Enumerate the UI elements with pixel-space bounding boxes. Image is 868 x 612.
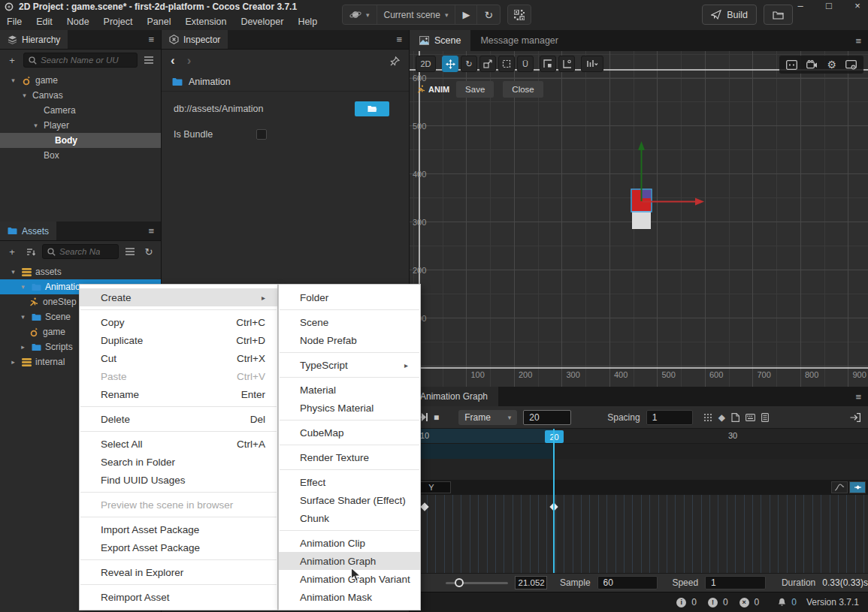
menu-item-import-asset-package[interactable]: Import Asset Package	[80, 520, 277, 538]
keyframe-frame-10[interactable]	[420, 502, 428, 511]
menu-item-material[interactable]: Material	[279, 381, 420, 399]
create-asset-button[interactable]: +	[5, 244, 20, 259]
tree-item-canvas[interactable]: ▾Canvas	[0, 88, 161, 103]
menu-item-typescript[interactable]: TypeScript▸	[279, 356, 420, 374]
forward-button[interactable]: ›	[187, 53, 192, 68]
curve-view-button[interactable]	[831, 481, 848, 493]
sort-assets-button[interactable]	[23, 244, 38, 259]
menu-file[interactable]: File	[7, 17, 22, 27]
tree-item-assets[interactable]: ▾assets	[0, 264, 161, 279]
menu-help[interactable]: Help	[298, 17, 317, 27]
spacing-input[interactable]: 1	[646, 410, 693, 425]
create-node-button[interactable]: +	[5, 53, 20, 68]
aspect-ratio-button[interactable]	[786, 60, 797, 70]
anim-save-button[interactable]: Save	[456, 81, 494, 98]
move-gizmo[interactable]	[638, 141, 704, 206]
warning-icon[interactable]: !	[708, 598, 718, 607]
speed-input[interactable]: 1	[705, 576, 766, 589]
menu-item-paste[interactable]: PasteCtrl+V	[80, 367, 277, 385]
open-build-folder-button[interactable]	[764, 5, 793, 25]
assets-tab[interactable]: Assets	[0, 222, 56, 240]
menu-item-preview-the-scene-in-browser[interactable]: Preview the scene in browser	[80, 496, 277, 514]
keyframe-view-button[interactable]	[849, 481, 866, 493]
reload-button[interactable]: ↻	[477, 5, 500, 24]
menu-item-delete[interactable]: DeleteDel	[80, 410, 277, 428]
tree-item-body[interactable]: Body	[0, 133, 161, 148]
player-sprite[interactable]	[631, 189, 652, 229]
rect-tool-button[interactable]	[498, 56, 515, 72]
scene-menu-button[interactable]: ≡	[848, 30, 868, 51]
timeline-ruler[interactable]: 10 30 20	[410, 429, 868, 444]
slider-knob[interactable]	[455, 578, 464, 587]
2d-toggle-button[interactable]: 2D	[416, 56, 436, 72]
scene-settings-button[interactable]: ⚙	[827, 59, 836, 71]
scene-viewport[interactable]: 0100200300400500600700800900 60050040030…	[410, 51, 868, 387]
assets-search-input[interactable]: Search Na	[42, 244, 119, 259]
preview-qr-button[interactable]	[507, 5, 531, 25]
menu-item-rename[interactable]: RenameEnter	[80, 385, 277, 403]
hierarchy-tab[interactable]: Hierarchy	[0, 30, 68, 49]
menu-item-copy[interactable]: CopyCtrl+C	[80, 313, 277, 331]
assets-menu-button[interactable]: ≡	[141, 222, 161, 240]
animation-menu-button[interactable]: ≡	[848, 387, 868, 406]
keyframe-tracks[interactable]	[410, 495, 868, 573]
menu-item-surface-shader-effect-[interactable]: Surface Shader (Effect)	[279, 491, 420, 509]
chevron-right-icon[interactable]: ▸	[19, 343, 27, 351]
pin-button[interactable]	[390, 56, 400, 66]
menu-item-duplicate[interactable]: DuplicateCtrl+D	[80, 331, 277, 349]
scene-selector[interactable]: Current scene ▾	[377, 5, 456, 24]
refresh-assets-button[interactable]: ↻	[141, 244, 156, 259]
scale-tool-button[interactable]	[479, 56, 496, 72]
chevron-down-icon[interactable]: ▾	[20, 92, 29, 99]
menu-item-effect[interactable]: Effect	[279, 473, 420, 491]
menu-panel[interactable]: Panel	[147, 17, 171, 27]
menu-node[interactable]: Node	[67, 17, 89, 27]
playhead-line[interactable]	[553, 429, 555, 573]
tree-item-player[interactable]: ▾Player	[0, 118, 161, 133]
sample-input[interactable]: 60	[597, 576, 658, 589]
play-button[interactable]: ▶	[455, 5, 477, 24]
chevron-down-icon[interactable]: ▾	[19, 283, 27, 291]
menu-item-select-all[interactable]: Select AllCtrl+A	[80, 435, 277, 453]
add-keyframe-button[interactable]: ◆	[718, 412, 725, 423]
menu-item-animation-clip[interactable]: Animation Clip	[279, 534, 420, 552]
is-bundle-checkbox[interactable]	[256, 129, 267, 140]
stop-button[interactable]: ■	[434, 412, 439, 423]
back-button[interactable]: ‹	[171, 53, 175, 68]
assets-list-button[interactable]	[122, 244, 138, 259]
overlay-bars-button[interactable]	[581, 56, 603, 72]
menu-item-create[interactable]: Create▸	[80, 288, 277, 306]
tree-item-camera[interactable]: Camera	[0, 103, 161, 118]
chevron-down-icon[interactable]: ▾	[9, 77, 17, 84]
tab-message-manager[interactable]: Message manager	[470, 30, 568, 51]
frame-mode-select[interactable]: Frame ▾	[458, 410, 517, 425]
display-settings-button[interactable]	[845, 60, 857, 70]
build-button[interactable]: Build	[702, 5, 757, 25]
bell-icon[interactable]	[778, 598, 786, 607]
hierarchy-search-input[interactable]: Search Name or UU	[23, 53, 138, 68]
tree-item-game[interactable]: ▾game	[0, 73, 161, 88]
camera-button[interactable]	[806, 60, 818, 69]
timeline-zoom-slider[interactable]	[446, 582, 508, 584]
doc-button[interactable]	[761, 413, 769, 422]
close-button[interactable]: ×	[851, 0, 863, 11]
rotate-tool-button[interactable]: ↻	[461, 56, 477, 72]
menu-item-export-asset-package[interactable]: Export Asset Package	[80, 538, 277, 556]
frame-input[interactable]: 20	[523, 410, 571, 425]
hierarchy-list-button[interactable]	[141, 53, 156, 68]
save-clip-button[interactable]	[731, 413, 739, 422]
menu-project[interactable]: Project	[104, 17, 133, 27]
menu-item-node-prefab[interactable]: Node Prefab	[279, 331, 420, 349]
hierarchy-menu-button[interactable]: ≡	[141, 30, 161, 49]
tree-item-box[interactable]: Box	[0, 148, 161, 163]
maximize-button[interactable]: □	[823, 0, 835, 11]
menu-item-render-texture[interactable]: Render Texture	[279, 448, 420, 466]
menu-item-scene[interactable]: Scene	[279, 313, 420, 331]
exit-anim-button[interactable]	[850, 413, 860, 422]
menu-item-search-in-folder[interactable]: Search in Folder	[80, 453, 277, 471]
move-tool-button[interactable]	[442, 56, 458, 72]
info-icon[interactable]: i	[676, 598, 686, 607]
error-icon[interactable]: ×	[739, 598, 749, 607]
tab-animation-graph[interactable]: Animation Graph	[410, 387, 498, 406]
menu-extension[interactable]: Extension	[185, 17, 226, 27]
